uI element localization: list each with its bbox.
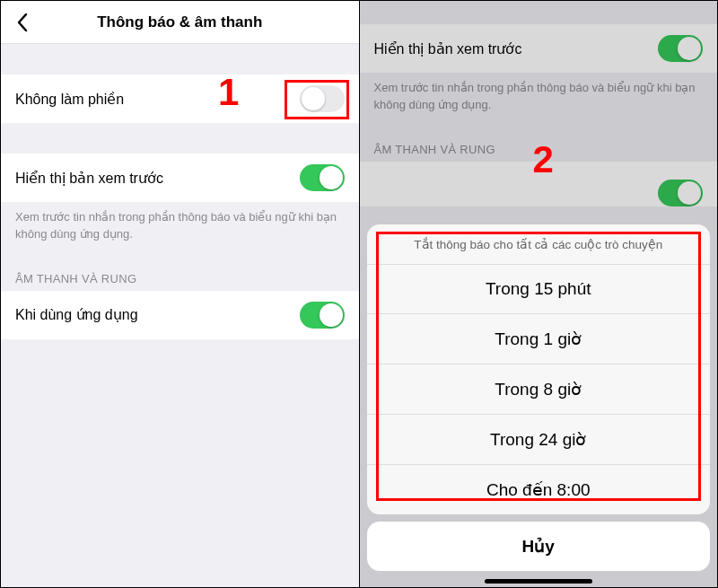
in-app-toggle[interactable] <box>300 302 345 329</box>
back-button[interactable] <box>8 8 37 37</box>
chevron-left-icon <box>16 13 29 32</box>
composite-frame: Thông báo & âm thanh Không làm phiền Hiể… <box>0 0 718 588</box>
annotation-box-2 <box>376 232 701 501</box>
row-show-preview[interactable]: Hiển thị bản xem trước <box>1 154 359 202</box>
cancel-button[interactable]: Hủy <box>367 522 711 571</box>
preview-description: Xem trước tin nhắn trong phần thông báo … <box>1 202 359 256</box>
annotation-box-1 <box>285 80 349 119</box>
annotation-number-2: 2 <box>533 138 554 181</box>
header-bar: Thông báo & âm thanh <box>1 1 359 44</box>
dnd-label: Không làm phiền <box>15 91 124 108</box>
home-indicator <box>485 579 592 584</box>
left-pane: Thông báo & âm thanh Không làm phiền Hiể… <box>1 1 359 587</box>
page-title: Thông báo & âm thanh <box>97 13 262 31</box>
row-in-app[interactable]: Khi dùng ứng dụng <box>1 291 359 339</box>
preview-toggle[interactable] <box>300 164 345 191</box>
right-pane: Hiển thị bản xem trước Xem trước tin nhắ… <box>360 1 718 587</box>
preview-label: Hiển thị bản xem trước <box>15 170 163 187</box>
in-app-label: Khi dùng ứng dụng <box>15 306 138 323</box>
annotation-number-1: 1 <box>218 71 239 114</box>
section-header-sound: ÂM THANH VÀ RUNG <box>1 256 359 291</box>
